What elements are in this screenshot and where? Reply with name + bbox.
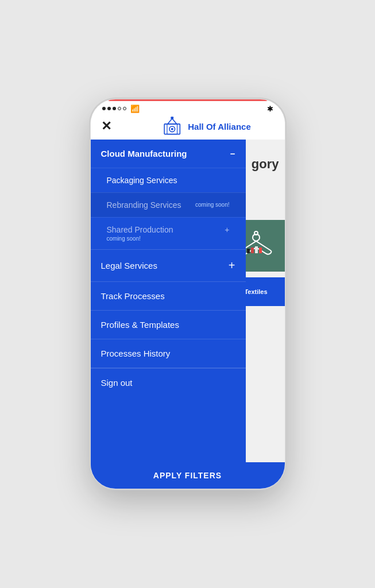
svg-rect-10	[255, 246, 258, 253]
rebranding-coming-soon: coming soon!	[195, 202, 229, 208]
track-processes-item[interactable]: Track Processes	[91, 282, 246, 310]
svg-rect-8	[247, 249, 250, 253]
collapse-icon: −	[230, 149, 235, 158]
menu-scroll-area[interactable]: Cloud Manufacturing − Packaging Services…	[91, 140, 246, 481]
dot-1	[102, 107, 106, 110]
legal-services-item[interactable]: Legal Services +	[91, 250, 246, 281]
cloud-manufacturing-section: Cloud Manufacturing − Packaging Services…	[91, 140, 246, 250]
profiles-templates-label: Profiles & Templates	[101, 320, 179, 330]
cloud-manufacturing-header[interactable]: Cloud Manufacturing −	[91, 140, 246, 168]
cloud-manufacturing-label: Cloud Manufacturing	[101, 149, 187, 158]
legal-services-section: Legal Services +	[91, 250, 246, 282]
svg-point-3	[171, 128, 173, 130]
phone-frame: 📶 ✱ ✕ Hall Of Alliance gory	[90, 99, 285, 489]
shared-production-coming-soon: coming soon!	[107, 235, 173, 242]
screen-content: gory Textiles	[91, 140, 285, 481]
bluetooth-icon: ✱	[267, 105, 273, 113]
dot-4	[118, 107, 121, 110]
wifi-icon: 📶	[130, 105, 140, 113]
track-processes-section: Track Processes	[91, 282, 246, 311]
signal-dots: 📶	[102, 105, 140, 113]
svg-marker-4	[167, 118, 176, 124]
bg-category-text: gory	[252, 157, 279, 172]
profiles-templates-section: Profiles & Templates	[91, 311, 246, 339]
status-bar: 📶 ✱	[91, 99, 285, 115]
packaging-services-item[interactable]: Packaging Services	[91, 168, 246, 192]
svg-rect-9	[251, 247, 254, 253]
dot-5	[123, 107, 126, 110]
sign-out-item[interactable]: Sign out	[91, 368, 246, 397]
svg-rect-11	[259, 247, 262, 253]
close-button[interactable]: ✕	[101, 119, 111, 134]
svg-rect-5	[171, 117, 173, 119]
brand-name: Hall Of Alliance	[188, 122, 250, 131]
shared-production-text-area: Shared Production coming soon!	[107, 225, 173, 242]
app-header: ✕ Hall Of Alliance	[91, 115, 285, 140]
legal-services-label: Legal Services	[101, 261, 157, 270]
dot-2	[107, 107, 111, 110]
apply-filters-button[interactable]: APPLY FILTERS	[91, 462, 285, 489]
svg-point-7	[254, 231, 258, 235]
profiles-templates-item[interactable]: Profiles & Templates	[91, 311, 246, 339]
bg-textiles-text: Textiles	[244, 288, 267, 295]
rebranding-inner: Rebranding Services coming soon!	[107, 200, 230, 210]
legal-services-expand-icon: +	[229, 259, 235, 272]
side-drawer: Cloud Manufacturing − Packaging Services…	[91, 140, 246, 481]
packaging-services-label: Packaging Services	[107, 176, 177, 185]
processes-history-label: Processes History	[101, 349, 171, 358]
processes-history-item[interactable]: Processes History	[91, 339, 246, 368]
apply-filters-label: APPLY FILTERS	[153, 471, 222, 480]
shared-production-item[interactable]: Shared Production coming soon! +	[91, 217, 246, 249]
rebranding-services-item[interactable]: Rebranding Services coming soon!	[91, 192, 246, 217]
dot-3	[113, 107, 116, 110]
shared-production-expand-icon: +	[225, 225, 229, 234]
sign-out-label: Sign out	[101, 378, 133, 388]
rebranding-services-label: Rebranding Services	[107, 200, 181, 210]
logo-area: Hall Of Alliance	[160, 115, 250, 138]
shared-production-label: Shared Production	[107, 225, 173, 234]
logo-icon	[160, 115, 183, 138]
processes-history-section: Processes History	[91, 339, 246, 368]
track-processes-label: Track Processes	[101, 291, 165, 301]
